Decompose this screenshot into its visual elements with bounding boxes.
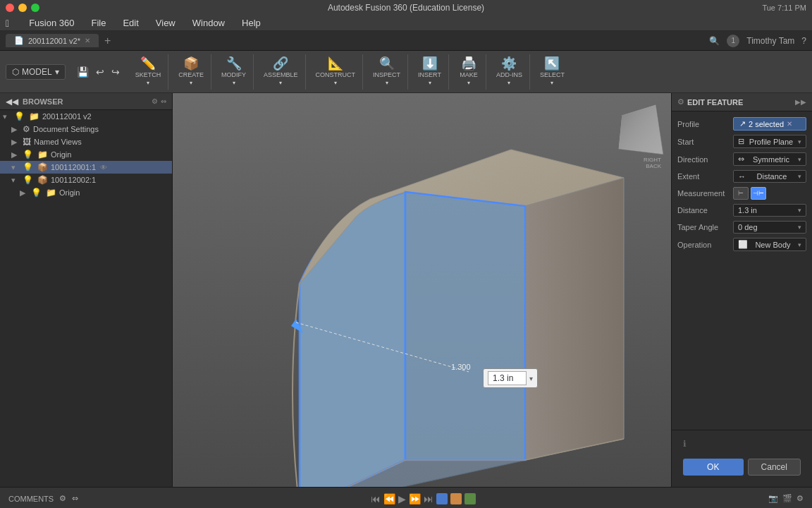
measurement-half-button[interactable]: ⊢: [733, 187, 749, 200]
browser-expand-icon[interactable]: ⇔: [161, 97, 166, 105]
undo-button[interactable]: ↩: [93, 65, 107, 79]
distance-popup[interactable]: ▾: [483, 368, 538, 388]
tree-origin2[interactable]: ▶ 💡 📁 Origin: [0, 186, 172, 199]
distance-input[interactable]: [488, 371, 527, 385]
start-dropdown[interactable]: ⊟ Profile Plane ▾: [733, 135, 806, 148]
inspect-button[interactable]: 🔍 INSPECT ▾: [369, 54, 405, 89]
timeline-prev-button[interactable]: ⏪: [383, 493, 395, 504]
timeline-start-button[interactable]: ⏮: [371, 493, 381, 504]
toolbar-modify-group: 🔧 MODIFY ▾: [214, 54, 254, 90]
timeline-play-button[interactable]: ▶: [398, 493, 406, 504]
camera-icon[interactable]: 📷: [768, 494, 778, 503]
timeline-item-sketch[interactable]: [436, 493, 448, 504]
feature-expand-icon[interactable]: ▶▶: [795, 98, 806, 106]
model-dropdown[interactable]: ⬡ MODEL ▾: [6, 64, 66, 80]
browser-collapse-icon[interactable]: ◀◀: [6, 97, 18, 107]
distance-unit-dropdown[interactable]: ▾: [529, 375, 533, 382]
insert-button[interactable]: ⬇️ INSERT ▾: [414, 54, 445, 89]
sketch-button[interactable]: ✏️ SKETCH ▾: [131, 54, 166, 89]
video-icon[interactable]: 🎬: [782, 494, 792, 503]
tree-origin[interactable]: ▶ 💡 📁 Origin: [0, 148, 172, 161]
tree-component1[interactable]: ▾ 💡 📦 100112001:1 👁: [0, 161, 172, 174]
folder-icon: 📁: [37, 150, 48, 159]
timeline-next-button[interactable]: ⏩: [409, 493, 421, 504]
addins-button[interactable]: ⚙️ ADD-INS ▾: [492, 54, 527, 89]
feature-start-row: Start ⊟ Profile Plane ▾: [677, 135, 806, 148]
menu-file[interactable]: File: [88, 16, 109, 30]
comments-bar: COMMENTS ⚙ ⇔ ⏮ ⏪ ▶ ⏩ ⏭ 📷 🎬 ⚙: [0, 487, 812, 508]
feature-panel-title: EDIT FEATURE: [687, 98, 743, 107]
profile-icon: ↗: [739, 119, 746, 128]
tree-arrow-icon: ▾: [11, 163, 20, 172]
construct-arrow-icon: ▾: [334, 80, 337, 86]
timeline-settings-icon[interactable]: ⚙: [796, 494, 804, 503]
assemble-button[interactable]: 🔗 ASSEMBLE ▾: [259, 54, 302, 89]
comments-settings-icon[interactable]: ⚙: [59, 494, 66, 503]
create-button[interactable]: 📦 CREATE ▾: [174, 54, 208, 89]
help-icon[interactable]: ?: [801, 36, 806, 46]
browser-settings-icon[interactable]: ⚙: [152, 97, 158, 105]
tree-component2[interactable]: ▾ 💡 📦 100112002:1: [0, 174, 172, 186]
tree-root[interactable]: ▾ 💡 📁 200112001 v2: [0, 110, 172, 123]
traffic-lights[interactable]: [6, 4, 39, 12]
taper-arrow-icon: ▾: [798, 224, 801, 231]
timeline-item-3[interactable]: [465, 493, 476, 504]
minimize-button[interactable]: [18, 4, 27, 12]
make-button[interactable]: 🖨️ MAKE ▾: [455, 54, 483, 89]
visibility-icon[interactable]: 👁: [100, 164, 107, 171]
profile-value[interactable]: ↗ 2 selected ✕: [733, 117, 806, 131]
light-icon: 💡: [23, 175, 33, 185]
operation-dropdown[interactable]: ⬜ New Body ▾: [733, 238, 806, 251]
tab-main[interactable]: 📄 200112001 v2* ✕: [6, 34, 99, 47]
feature-operation-row: Operation ⬜ New Body ▾: [677, 238, 806, 251]
tab-bar: 📄 200112001 v2* ✕ + 🔍 1 Timothy Tam ?: [0, 31, 812, 51]
timeline-item-extrude[interactable]: [450, 493, 462, 504]
feature-taper-row: Taper Angle 0 deg ▾: [677, 221, 806, 234]
select-arrow-icon: ▾: [550, 80, 553, 86]
tree-doc-settings[interactable]: ▶ ⚙ Document Settings: [0, 123, 172, 135]
direction-dropdown[interactable]: ⇔ Symmetric ▾: [733, 152, 806, 166]
tree-named-views[interactable]: ▶ 🖼 Named Views: [0, 135, 172, 148]
user-avatar[interactable]: 1: [727, 35, 739, 47]
distance-label: Distance: [677, 206, 730, 214]
extent-dropdown[interactable]: ↔ Distance ▾: [733, 170, 806, 183]
distance-field[interactable]: 1.3 in ▾: [733, 204, 806, 217]
timeline-end-button[interactable]: ⏭: [424, 493, 433, 504]
tab-close-button[interactable]: ✕: [85, 37, 90, 44]
taper-field[interactable]: 0 deg ▾: [733, 221, 806, 234]
tree-views-label: Named Views: [34, 138, 82, 146]
apple-logo-icon[interactable]: : [6, 18, 9, 29]
nav-cube-3d[interactable]: [618, 104, 665, 155]
comments-expand-icon[interactable]: ⇔: [72, 494, 78, 503]
search-icon[interactable]: 🔍: [709, 36, 720, 46]
nav-cube-labels: RIGHT BACK: [608, 157, 664, 169]
browser-header: ◀◀ BROWSER ⚙ ⇔: [0, 93, 172, 110]
menu-view[interactable]: View: [153, 16, 178, 30]
ok-button[interactable]: OK: [683, 459, 744, 476]
maximize-button[interactable]: [31, 4, 39, 12]
user-name: Timothy Tam: [746, 36, 794, 46]
save-button[interactable]: 💾: [74, 65, 92, 79]
feature-settings-icon[interactable]: ⚙: [677, 97, 684, 107]
cancel-button[interactable]: Cancel: [748, 459, 801, 476]
menu-help[interactable]: Help: [239, 16, 264, 30]
modify-button[interactable]: 🔧 MODIFY ▾: [217, 54, 250, 89]
toolbar-construct-group: 📐 CONSTRUCT ▾: [309, 54, 364, 90]
model-icon: ⬡: [12, 67, 19, 77]
viewport-3d-scene[interactable]: 1.300: [173, 93, 671, 487]
new-tab-button[interactable]: +: [100, 35, 115, 47]
folder-icon: 📁: [46, 188, 56, 198]
menu-edit[interactable]: Edit: [120, 16, 141, 30]
viewport[interactable]: Specify distance, or select coplanar pro…: [173, 93, 671, 487]
redo-button[interactable]: ↪: [109, 65, 123, 79]
menu-window[interactable]: Window: [190, 16, 228, 30]
measurement-full-button[interactable]: ⊣⊢: [751, 187, 766, 200]
menu-fusion360[interactable]: Fusion 360: [26, 16, 77, 30]
construct-button[interactable]: 📐 CONSTRUCT ▾: [312, 54, 360, 89]
profile-clear-button[interactable]: ✕: [787, 120, 792, 128]
select-button[interactable]: ↖️ SELECT ▾: [536, 54, 569, 89]
undo-redo-group: 💾 ↩ ↪: [74, 65, 123, 79]
nav-cube[interactable]: RIGHT BACK: [608, 100, 664, 157]
make-arrow-icon: ▾: [467, 80, 470, 86]
close-button[interactable]: [6, 4, 14, 12]
